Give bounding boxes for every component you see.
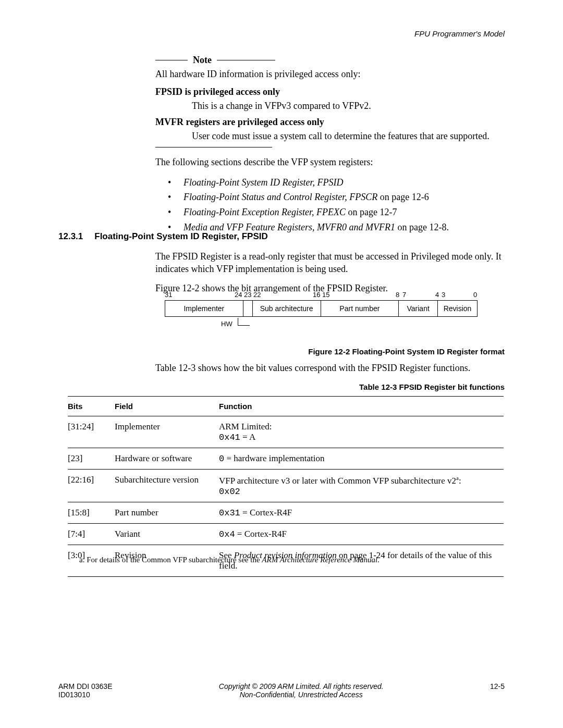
list-item: Floating-Point System ID Register, FPSID — [155, 175, 504, 190]
reflist: Floating-Point System ID Register, FPSID… — [155, 175, 504, 235]
func-pre: VFP architecture v3 or later with Common… — [219, 476, 456, 486]
cell-func: ARM Limited: 0x41 = A — [219, 416, 504, 448]
func-post: : — [459, 476, 461, 486]
doc-date: ID013010 — [58, 690, 112, 699]
bit-num: 7 — [402, 291, 406, 299]
field-hw — [243, 301, 253, 316]
cell-bits: [15:8] — [68, 502, 115, 523]
list-item: Floating-Point Exception Register, FPEXC… — [155, 205, 504, 220]
ref-title: Floating-Point Exception Register, FPEXC — [183, 207, 346, 217]
func-code: 0x4 — [219, 529, 235, 539]
cell-field: Part number — [115, 502, 219, 523]
func-after: = hardware implementation — [224, 453, 324, 463]
table-row: [7:4] Variant 0x4 = Cortex-R4F — [68, 523, 504, 545]
ref-title: Floating-Point Status and Control Regist… — [183, 192, 377, 202]
table-lead: Table 12-3 shows how the bit values corr… — [155, 363, 504, 374]
section-heading: 12.3.1 Floating-Point System ID Register… — [58, 231, 268, 242]
body-col: Note All hardware ID information is priv… — [155, 55, 504, 235]
footnote-text: a. For details of the Common VFP subarch… — [79, 556, 262, 564]
cell-field: Hardware or software — [115, 448, 219, 470]
ref-title: Media and VFP Feature Registers, MVFR0 a… — [183, 222, 395, 232]
func-after: = A — [240, 432, 255, 442]
cell-field: Implementer — [115, 416, 219, 448]
bit-num: 4 — [435, 291, 439, 299]
cell-field: Variant — [115, 523, 219, 545]
table-head-row: Bits Field Function — [68, 397, 504, 416]
table-row: [23] Hardware or software 0 = hardware i… — [68, 448, 504, 470]
section-p1: The FPSID Register is a read-only regist… — [155, 250, 504, 276]
ref-tail: on page 12-7 — [346, 207, 397, 217]
cell-bits: [7:4] — [68, 523, 115, 545]
running-header: FPU Programmer's Model — [414, 29, 505, 38]
copyright: Copyright © 2009 ARM Limited. All rights… — [219, 682, 384, 690]
ref-tail: on page 12-6 — [377, 192, 429, 202]
th-field: Field — [115, 397, 219, 416]
field-revision: Revision — [438, 301, 477, 316]
func-code: 0x02 — [219, 487, 240, 497]
func-code: 0x41 — [219, 433, 240, 442]
bit-num: 15 — [322, 291, 329, 299]
page-footer: ARM DDI 0363E ID013010 Copyright © 2009 … — [58, 682, 505, 699]
field-implementer: Implementer — [165, 301, 243, 316]
note-rule: Note — [155, 55, 504, 66]
doc-id: ARM DDI 0363E — [58, 682, 112, 690]
fpsid-table: Bits Field Function [31:24] Implementer … — [68, 396, 504, 577]
note-lead: All hardware ID information is privilege… — [155, 68, 504, 80]
note-rule-right — [217, 60, 275, 60]
hw-connector — [238, 318, 250, 326]
cell-func: 0 = hardware implementation — [219, 448, 504, 470]
bit-num: 24 — [235, 291, 242, 299]
cell-field: Subarchitecture version — [115, 470, 219, 502]
bit-num: 0 — [473, 291, 477, 299]
note-end-rule — [155, 147, 272, 147]
cell-func: 0x31 = Cortex-R4F — [219, 502, 504, 523]
section-title: Floating-Point System ID Register, FPSID — [94, 231, 268, 242]
footnote-ital: ARM Architecture Reference Manual — [262, 556, 377, 564]
bit-num: 16 — [313, 291, 320, 299]
bit-num: 8 — [396, 291, 399, 299]
def-mvfr-body: User code must issue a system call to de… — [192, 131, 504, 142]
bit-num: 23 — [244, 291, 251, 299]
footer-right: 12-5 — [490, 682, 505, 699]
th-bits: Bits — [68, 397, 115, 416]
field-variant: Variant — [399, 301, 438, 316]
footer-center: Copyright © 2009 ARM Limited. All rights… — [219, 682, 384, 699]
table-row: [31:24] Implementer ARM Limited: 0x41 = … — [68, 416, 504, 448]
note-label: Note — [193, 55, 212, 66]
ref-title: Floating-Point System ID Register, FPSID — [183, 177, 343, 188]
def-fpsid-title: FPSID is privileged access only — [155, 87, 504, 97]
func-after: = Cortex-R4F — [235, 529, 287, 539]
bit-num: 31 — [165, 291, 172, 299]
section-number: 12.3.1 — [58, 231, 83, 242]
classification: Non-Confidential, Unrestricted Access — [219, 690, 384, 699]
hw-callout: HW — [165, 319, 478, 330]
bitfield-figure: 31 24 23 22 16 15 8 7 4 3 0 Implementer … — [165, 291, 478, 330]
bit-num: 3 — [442, 291, 445, 299]
field-subarch: Sub architecture — [253, 301, 321, 316]
def-fpsid-body: This is a change in VFPv3 compared to VF… — [192, 101, 504, 112]
th-func: Function — [219, 397, 504, 416]
reflist-lead: The following sections describe the VFP … — [155, 156, 504, 168]
cell-func: 0x4 = Cortex-R4F — [219, 523, 504, 545]
func-code: 0 — [219, 454, 224, 464]
func-after: = Cortex-R4F — [240, 508, 292, 517]
table-caption: Table 12-3 FPSID Register bit functions — [359, 382, 505, 391]
func-code: 0x31 — [219, 508, 240, 518]
footnote-post: . — [377, 556, 380, 564]
page-number: 12-5 — [490, 682, 505, 690]
cell-bits: [23] — [68, 448, 115, 470]
cell-func: VFP architecture v3 or later with Common… — [219, 470, 504, 502]
bit-boxes: Implementer Sub architecture Part number… — [165, 300, 478, 317]
page: FPU Programmer's Model Note All hardware… — [0, 0, 563, 728]
cell-bits: [22:16] — [68, 470, 115, 502]
func-line: ARM Limited: — [219, 422, 272, 431]
table-row: [22:16] Subarchitecture version VFP arch… — [68, 470, 504, 502]
bit-num: 22 — [253, 291, 261, 299]
bit-numbers: 31 24 23 22 16 15 8 7 4 3 0 — [165, 291, 478, 300]
field-part: Part number — [321, 301, 399, 316]
cell-bits: [31:24] — [68, 416, 115, 448]
table-row: [15:8] Part number 0x31 = Cortex-R4F — [68, 502, 504, 523]
def-mvfr-title: MVFR registers are privileged access onl… — [155, 117, 504, 128]
ref-tail: on page 12-8. — [395, 222, 449, 232]
hw-label: HW — [221, 320, 232, 328]
